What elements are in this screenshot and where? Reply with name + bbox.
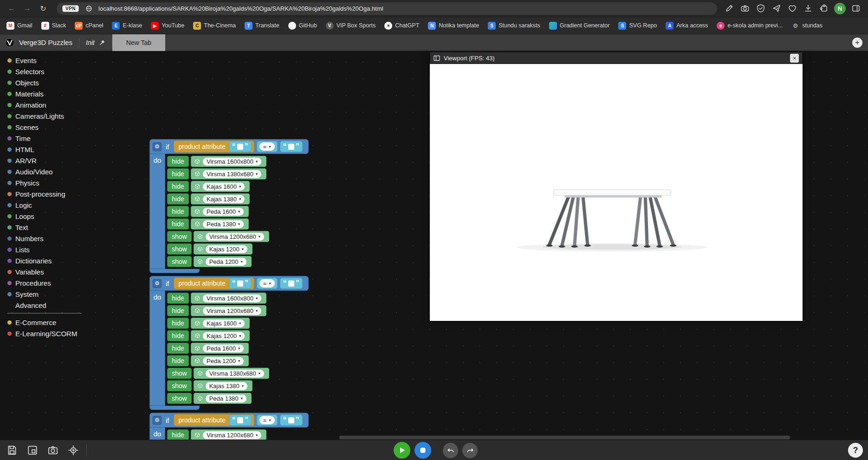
- bookmark-item[interactable]: SSVG Repo: [618, 22, 657, 30]
- toolbox-category-animation[interactable]: Animation: [7, 99, 82, 110]
- center-blocks-icon[interactable]: [66, 443, 81, 458]
- statement-row[interactable]: showVirsma 1200x680▾: [167, 231, 269, 242]
- object-name-dropdown[interactable]: Peda 1600▾: [203, 208, 244, 216]
- object-block[interactable]: Kajas 1200▾: [194, 243, 253, 255]
- save-icon[interactable]: [5, 443, 19, 458]
- hide-block[interactable]: hide: [167, 206, 189, 217]
- statement-row[interactable]: hidePeda 1600▾: [167, 206, 269, 217]
- product-attribute-block[interactable]: product attribute“”: [174, 277, 254, 289]
- statement-row[interactable]: showKajas 1200▾: [167, 243, 269, 255]
- object-block[interactable]: Kajas 1600▾: [191, 181, 250, 192]
- mutator-gear-icon[interactable]: ⚙: [153, 142, 162, 151]
- add-tab-button[interactable]: +: [852, 38, 862, 48]
- string-block[interactable]: “”: [229, 278, 252, 289]
- object-block[interactable]: Peda 1380▾: [191, 218, 249, 230]
- viewport-titlebar[interactable]: Viewport (FPS: 43) ×: [430, 52, 803, 64]
- bookmark-item[interactable]: EE-klase: [112, 22, 142, 30]
- statement-row[interactable]: hideVirsma 1600x800▾: [167, 293, 269, 304]
- operator-dropdown[interactable]: =▾: [259, 279, 275, 288]
- bookmark-item[interactable]: MGmail: [6, 22, 32, 30]
- product-attribute-block[interactable]: product attribute“”: [174, 414, 254, 426]
- toolbox-category-e-learning-scorm[interactable]: E-Learning/SCORM: [7, 328, 82, 339]
- bookmark-item[interactable]: ee-skola admin previ...: [717, 22, 783, 30]
- object-block[interactable]: Virsma 1600x800▾: [191, 293, 266, 304]
- bookmark-item[interactable]: VVIP Box Sports: [326, 22, 376, 30]
- object-name-dropdown[interactable]: Virsma 1380x680▾: [203, 170, 261, 178]
- address-bar[interactable]: VPN localhost:8668/applications/SARKA%20…: [57, 2, 717, 15]
- hide-block[interactable]: hide: [167, 168, 189, 179]
- toolbox-category-dictionaries[interactable]: Dictionaries: [7, 255, 82, 266]
- object-block[interactable]: Virsma 1200x680▾: [194, 231, 269, 242]
- toolbox-category-post-processing[interactable]: Post-processing: [7, 188, 82, 199]
- string-input[interactable]: [237, 417, 243, 423]
- object-block[interactable]: Peda 1200▾: [191, 355, 249, 366]
- toolbox-category-variables[interactable]: Variables: [7, 266, 82, 277]
- show-block[interactable]: show: [167, 256, 192, 267]
- reload-button[interactable]: ↻: [36, 1, 50, 15]
- toolbox-category-procedures[interactable]: Procedures: [7, 277, 82, 288]
- mutator-gear-icon[interactable]: ⚙: [153, 416, 162, 425]
- object-name-dropdown[interactable]: Virsma 1200x680▾: [203, 431, 261, 439]
- string-block[interactable]: “”: [280, 278, 303, 289]
- show-block[interactable]: show: [167, 368, 192, 379]
- object-block[interactable]: Peda 1600▾: [191, 206, 249, 217]
- object-name-dropdown[interactable]: Virsma 1380x680▾: [206, 370, 264, 377]
- object-name-dropdown[interactable]: Virsma 1200x680▾: [206, 233, 264, 241]
- statement-row[interactable]: hideVirsma 1380x680▾: [167, 168, 269, 179]
- statement-row[interactable]: showVirsma 1380x680▾: [167, 368, 269, 379]
- toolbox-category-e-commerce[interactable]: E-Commerce: [7, 317, 82, 328]
- bookmark-item[interactable]: CThe-Cinema: [193, 22, 236, 30]
- statement-row[interactable]: showPeda 1200▾: [167, 256, 269, 267]
- side-panel-icon[interactable]: [850, 3, 862, 14]
- toolbox-category-objects[interactable]: Objects: [7, 77, 82, 88]
- object-name-dropdown[interactable]: Virsma 1200x680▾: [203, 307, 261, 315]
- object-block[interactable]: Kajas 1200▾: [191, 330, 250, 341]
- string-input[interactable]: [237, 144, 243, 150]
- bookmark-item[interactable]: GitHub: [288, 22, 317, 30]
- fullscreen-icon[interactable]: [25, 443, 40, 458]
- object-name-dropdown[interactable]: Kajas 1200▾: [206, 245, 247, 253]
- statement-row[interactable]: hideVirsma 1200x680▾: [167, 305, 269, 316]
- toolbox-category-system[interactable]: System: [7, 288, 82, 300]
- toolbox-category-advanced[interactable]: Advanced: [7, 300, 82, 311]
- toolbox-category-physics[interactable]: Physics: [7, 177, 82, 188]
- statement-row[interactable]: showPeda 1380▾: [167, 393, 269, 404]
- toolbox-category-time[interactable]: Time: [7, 133, 82, 144]
- pin-icon[interactable]: [97, 38, 107, 47]
- object-name-dropdown[interactable]: Peda 1200▾: [206, 258, 246, 266]
- run-button[interactable]: [394, 442, 410, 459]
- hide-block[interactable]: hide: [167, 193, 189, 204]
- toolbox-category-logic[interactable]: Logic: [7, 199, 82, 211]
- object-block[interactable]: Peda 1200▾: [194, 256, 252, 267]
- bookmark-item[interactable]: cPcPanel: [75, 22, 103, 30]
- object-name-dropdown[interactable]: Peda 1200▾: [203, 357, 244, 365]
- object-name-dropdown[interactable]: Virsma 1600x800▾: [203, 294, 261, 302]
- stop-button[interactable]: [415, 442, 431, 459]
- site-info-globe-icon[interactable]: [83, 3, 94, 14]
- object-block[interactable]: Virsma 1380x680▾: [191, 168, 266, 179]
- string-block[interactable]: “”: [280, 141, 303, 152]
- string-block[interactable]: “”: [229, 415, 252, 426]
- send-icon[interactable]: [771, 3, 782, 14]
- statement-row[interactable]: showKajas 1380▾: [167, 380, 269, 391]
- object-name-dropdown[interactable]: Kajas 1600▾: [203, 183, 245, 191]
- equals-block[interactable]: =▾: [257, 415, 278, 426]
- undo-button[interactable]: [443, 443, 458, 458]
- vpn-badge[interactable]: VPN: [62, 5, 79, 12]
- string-input[interactable]: [288, 281, 294, 287]
- viewport-3d-canvas[interactable]: [430, 64, 803, 321]
- statement-row[interactable]: hideKajas 1200▾: [167, 330, 269, 341]
- help-button[interactable]: ?: [848, 443, 863, 458]
- download-icon[interactable]: [803, 3, 814, 14]
- object-block[interactable]: Virsma 1600x800▾: [191, 156, 266, 167]
- tab-init[interactable]: Init: [79, 34, 112, 51]
- toolbox-category-ar-vr[interactable]: AR/VR: [7, 155, 82, 166]
- forward-button[interactable]: →: [20, 1, 34, 15]
- object-block[interactable]: Peda 1380▾: [194, 393, 252, 404]
- operator-dropdown[interactable]: =▾: [259, 142, 275, 151]
- if-block-stack[interactable]: ⚙ifproduct attribute“”=▾“”dohideVirsma 1…: [149, 276, 309, 410]
- puzzles-workspace[interactable]: EventsSelectorsObjectsMaterialsAnimation…: [0, 51, 868, 440]
- bookmark-item[interactable]: ⚙stundas: [791, 22, 823, 30]
- toolbox-category-numbers[interactable]: Numbers: [7, 233, 82, 244]
- object-block[interactable]: Peda 1600▾: [191, 343, 249, 354]
